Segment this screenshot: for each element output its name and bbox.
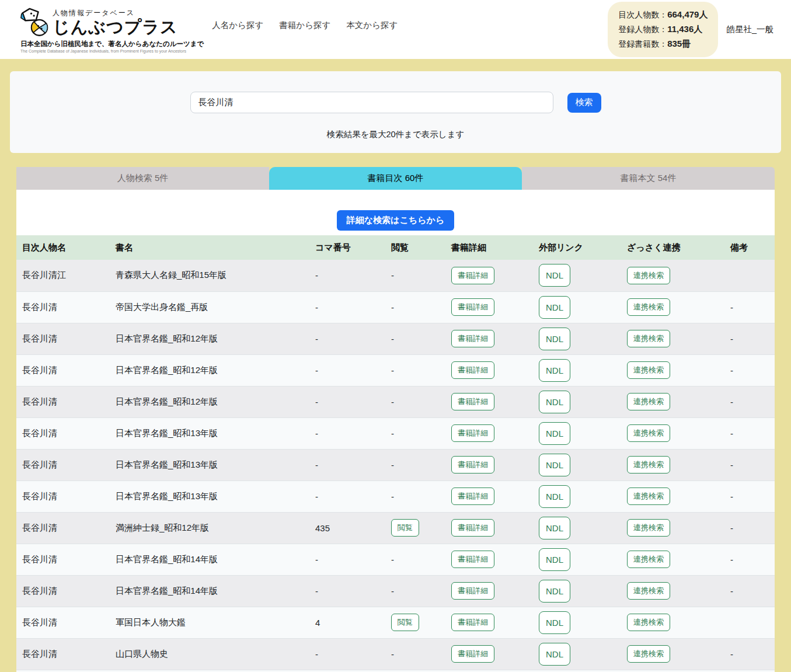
nav-link[interactable]: 本文から探す: [346, 20, 398, 31]
remark-cell: -: [724, 386, 775, 417]
book-detail-button[interactable]: 書籍詳細: [451, 361, 494, 379]
ndl-link-button[interactable]: NDL: [539, 643, 570, 666]
result-tab[interactable]: 人物検索 5件: [16, 167, 269, 190]
zassaku-search-button[interactable]: 連携検索: [627, 614, 670, 631]
book-detail-button[interactable]: 書籍詳細: [451, 582, 494, 600]
koma-number-cell: -: [309, 638, 385, 670]
koma-number-cell: -: [309, 354, 385, 386]
ndl-link-button[interactable]: NDL: [539, 517, 570, 539]
remark-cell: -: [724, 449, 775, 481]
column-header: 閲覧: [385, 235, 445, 260]
koma-number-cell: 4: [309, 607, 385, 638]
ndl-link-button[interactable]: NDL: [539, 359, 570, 382]
result-tab[interactable]: 書籍本文 54件: [522, 167, 775, 190]
search-helper-text: 検索結果を最大20件まで表示します: [10, 129, 781, 140]
zassaku-search-button[interactable]: 連携検索: [627, 645, 670, 663]
account-name: 皓星社_一般: [726, 24, 773, 35]
person-name-cell: 長谷川清: [16, 544, 110, 575]
ndl-link-button[interactable]: NDL: [539, 485, 570, 508]
logo-tagline-en: The Complete Database of Japanese Indivi…: [20, 49, 204, 53]
person-name-cell: 長谷川清: [16, 449, 110, 481]
book-detail-button[interactable]: 書籍詳細: [451, 519, 494, 537]
column-header: 目次人物名: [16, 235, 110, 260]
book-detail-button[interactable]: 書籍詳細: [451, 267, 494, 284]
nav-link[interactable]: 書籍から探す: [279, 20, 330, 31]
table-row: 長谷川清 日本官界名鑑_昭和12年版 - - 書籍詳細 NDL 連携検索 -: [16, 386, 775, 417]
book-detail-button[interactable]: 書籍詳細: [451, 551, 494, 568]
zassaku-search-button[interactable]: 連携検索: [627, 267, 670, 284]
jinbutsu-plus-logo-icon: [20, 6, 50, 38]
remark-cell: -: [724, 417, 775, 449]
zassaku-search-button[interactable]: 連携検索: [627, 393, 670, 410]
zassaku-search-button[interactable]: 連携検索: [627, 456, 670, 473]
table-row: 長谷川清 日本官界名鑑_昭和12年版 - - 書籍詳細 NDL 連携検索 -: [16, 354, 775, 386]
remark-cell: -: [724, 323, 775, 354]
table-row: 長谷川清 帝国大学出身名鑑_再版 - - 書籍詳細 NDL 連携検索 -: [16, 291, 775, 323]
view-cell: -: [385, 323, 445, 354]
book-title-cell: 日本官界名鑑_昭和12年版: [110, 386, 309, 417]
ndl-link-button[interactable]: NDL: [539, 548, 570, 571]
koma-number-cell: -: [309, 544, 385, 575]
logo-tagline-jp: 日本全国から旧植民地まで、著名人からあなたのルーツまで: [20, 40, 204, 48]
zassaku-search-button[interactable]: 連携検索: [627, 582, 670, 600]
search-button[interactable]: 検索: [567, 93, 601, 113]
table-row: 長谷川清 軍国日本人物大鑑 4 閲覧 書籍詳細 NDL 連携検索: [16, 607, 775, 638]
zassaku-search-button[interactable]: 連携検索: [627, 298, 670, 316]
ndl-link-button[interactable]: NDL: [539, 296, 570, 319]
book-title-cell: 山口県人物史: [110, 638, 309, 670]
person-name-cell: 長谷川清: [16, 638, 110, 670]
ndl-link-button[interactable]: NDL: [539, 422, 570, 445]
nav-link[interactable]: 人名から探す: [212, 20, 263, 31]
ndl-link-button[interactable]: NDL: [539, 580, 570, 603]
book-detail-button[interactable]: 書籍詳細: [451, 645, 494, 663]
view-button[interactable]: 閲覧: [391, 519, 419, 537]
koma-number-cell: -: [309, 575, 385, 607]
stat-line: 目次人物数：664,479人: [618, 8, 708, 22]
koma-number-cell: -: [309, 260, 385, 291]
ndl-link-button[interactable]: NDL: [539, 454, 570, 476]
person-name-cell: 長谷川清: [16, 417, 110, 449]
ndl-link-button[interactable]: NDL: [539, 264, 570, 287]
ndl-link-button[interactable]: NDL: [539, 328, 570, 350]
book-detail-button[interactable]: 書籍詳細: [451, 614, 494, 631]
book-detail-button[interactable]: 書籍詳細: [451, 424, 494, 442]
person-name-cell: 長谷川清: [16, 323, 110, 354]
detailed-search-button[interactable]: 詳細な検索はこちらから: [337, 210, 454, 231]
table-row: 長谷川清 日本官界名鑑_昭和14年版 - - 書籍詳細 NDL 連携検索 -: [16, 575, 775, 607]
zassaku-search-button[interactable]: 連携検索: [627, 519, 670, 537]
zassaku-search-button[interactable]: 連携検索: [627, 330, 670, 347]
remark-cell: -: [724, 354, 775, 386]
person-name-cell: 長谷川清: [16, 386, 110, 417]
book-title-cell: 帝国大学出身名鑑_再版: [110, 291, 309, 323]
logo[interactable]: 人物情報データベース じんぶつプラス 日本全国から旧植民地まで、著名人からあなた…: [20, 6, 204, 53]
koma-number-cell: -: [309, 386, 385, 417]
view-button[interactable]: 閲覧: [391, 614, 419, 631]
column-header: コマ番号: [309, 235, 385, 260]
book-detail-button[interactable]: 書籍詳細: [451, 298, 494, 316]
table-row: 長谷川清 日本官界名鑑_昭和13年版 - - 書籍詳細 NDL 連携検索 -: [16, 417, 775, 449]
book-title-cell: 満洲紳士録_昭和12年版: [110, 512, 309, 544]
book-detail-button[interactable]: 書籍詳細: [451, 330, 494, 347]
person-name-cell: 長谷川清: [16, 291, 110, 323]
stat-line: 登録書籍数：835冊: [618, 37, 708, 51]
result-tab[interactable]: 書籍目次 60件: [269, 167, 522, 190]
view-cell: -: [385, 260, 445, 291]
remark-cell: -: [724, 544, 775, 575]
zassaku-search-button[interactable]: 連携検索: [627, 361, 670, 379]
person-name-cell: 長谷川清: [16, 607, 110, 638]
koma-number-cell: -: [309, 323, 385, 354]
table-row: 長谷川清 日本官界名鑑_昭和12年版 - - 書籍詳細 NDL 連携検索 -: [16, 323, 775, 354]
ndl-link-button[interactable]: NDL: [539, 391, 570, 413]
ndl-link-button[interactable]: NDL: [539, 611, 570, 634]
book-detail-button[interactable]: 書籍詳細: [451, 456, 494, 473]
zassaku-search-button[interactable]: 連携検索: [627, 488, 670, 505]
zassaku-search-button[interactable]: 連携検索: [627, 551, 670, 568]
book-detail-button[interactable]: 書籍詳細: [451, 393, 494, 410]
main-content: 検索 検索結果を最大20件まで表示します 人物検索 5件 書籍目次 60件 書籍…: [0, 71, 791, 672]
remark-cell: -: [724, 512, 775, 544]
search-input[interactable]: [190, 92, 553, 113]
zassaku-search-button[interactable]: 連携検索: [627, 424, 670, 442]
book-title-cell: 日本官界名鑑_昭和13年版: [110, 417, 309, 449]
book-detail-button[interactable]: 書籍詳細: [451, 488, 494, 505]
book-title-cell: 青森県大人名録_昭和15年版: [110, 260, 309, 291]
